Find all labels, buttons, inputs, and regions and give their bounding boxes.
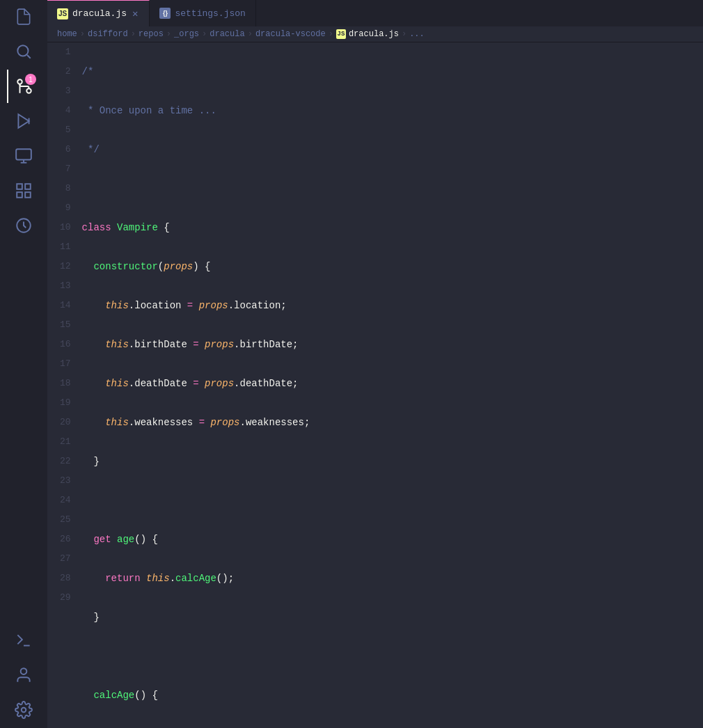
- code-editor[interactable]: 1 2 3 4 5 6 7 8 9 10 11 12 13 14 15 16 1…: [47, 42, 703, 728]
- activity-icon-search[interactable]: [7, 35, 40, 68]
- activity-icon-terminal[interactable]: [7, 624, 40, 657]
- activity-icon-source-control[interactable]: 1: [7, 70, 40, 103]
- svg-line-1: [27, 55, 31, 58]
- svg-point-17: [22, 708, 26, 713]
- main-area: JS dracula.js ✕ {} settings.json home › …: [47, 0, 703, 728]
- activity-bar: 1: [0, 0, 47, 728]
- code-line-17: calcAge() {: [82, 686, 703, 705]
- code-line-15: }: [82, 608, 703, 627]
- tab-close-dracula-js[interactable]: ✕: [131, 8, 139, 20]
- svg-point-2: [26, 88, 31, 93]
- breadcrumb-ellipsis[interactable]: ...: [409, 29, 425, 39]
- code-line-13: get age() {: [82, 530, 703, 549]
- code-content[interactable]: /* * Once upon a time ... */ class Vampi…: [79, 42, 703, 728]
- tab-label-dracula-js: dracula.js: [72, 8, 127, 19]
- breadcrumb-orgs[interactable]: _orgs: [174, 29, 199, 39]
- code-line-9: this.deathDate = props.deathDate;: [82, 374, 703, 393]
- activity-icon-extensions[interactable]: [7, 174, 40, 207]
- breadcrumb-dracula[interactable]: dracula: [210, 29, 244, 39]
- svg-rect-7: [16, 149, 31, 159]
- svg-rect-11: [25, 184, 31, 189]
- code-line-4: [82, 179, 703, 198]
- breadcrumb: home › dsifford › repos › _orgs › dracul…: [47, 26, 703, 42]
- line-numbers: 1 2 3 4 5 6 7 8 9 10 11 12 13 14 15 16 1…: [47, 42, 79, 728]
- code-line-16: [82, 647, 703, 666]
- code-line-12: [82, 491, 703, 510]
- code-line-18: return this.deathDate - this.birthDate;: [82, 725, 703, 728]
- tab-label-settings-json: settings.json: [175, 8, 245, 19]
- js-icon: JS: [57, 8, 68, 19]
- svg-point-3: [17, 79, 22, 84]
- source-control-badge: 1: [25, 74, 36, 85]
- activity-icon-settings[interactable]: [7, 693, 40, 727]
- code-line-11: }: [82, 452, 703, 471]
- activity-icon-account[interactable]: [7, 658, 40, 692]
- tab-bar: JS dracula.js ✕ {} settings.json: [47, 0, 703, 26]
- code-line-14: return this.calcAge();: [82, 569, 703, 588]
- breadcrumb-dracula-vscode[interactable]: dracula-vscode: [255, 29, 326, 39]
- breadcrumb-repos[interactable]: repos: [139, 29, 164, 39]
- breadcrumb-dracula-js-file[interactable]: dracula.js: [349, 29, 399, 39]
- svg-point-0: [17, 45, 28, 56]
- activity-icon-files[interactable]: [7, 0, 40, 33]
- activity-icon-remote[interactable]: [7, 139, 40, 173]
- breadcrumb-dsifford[interactable]: dsifford: [88, 29, 128, 39]
- code-line-5: class Vampire {: [82, 218, 703, 237]
- breadcrumb-home[interactable]: home: [57, 29, 77, 39]
- svg-rect-10: [17, 184, 22, 189]
- activity-icon-run[interactable]: [7, 104, 40, 138]
- code-line-10: this.weaknesses = props.weaknesses;: [82, 413, 703, 432]
- json-icon: {}: [159, 8, 171, 19]
- svg-point-16: [21, 668, 27, 674]
- breadcrumb-js-badge: JS: [336, 29, 346, 39]
- code-line-6: constructor(props) {: [82, 257, 703, 276]
- code-line-3: */: [82, 140, 703, 159]
- svg-rect-13: [25, 192, 31, 198]
- code-line-1: /*: [82, 62, 703, 81]
- code-line-7: this.location = props.location;: [82, 296, 703, 315]
- activity-icon-timeline[interactable]: [7, 209, 40, 242]
- code-line-2: * Once upon a time ...: [82, 101, 703, 120]
- svg-rect-12: [17, 192, 22, 198]
- tab-settings-json[interactable]: {} settings.json: [150, 0, 255, 26]
- tab-dracula-js[interactable]: JS dracula.js ✕: [47, 0, 150, 26]
- svg-marker-5: [18, 114, 29, 128]
- code-line-8: this.birthDate = props.birthDate;: [82, 335, 703, 354]
